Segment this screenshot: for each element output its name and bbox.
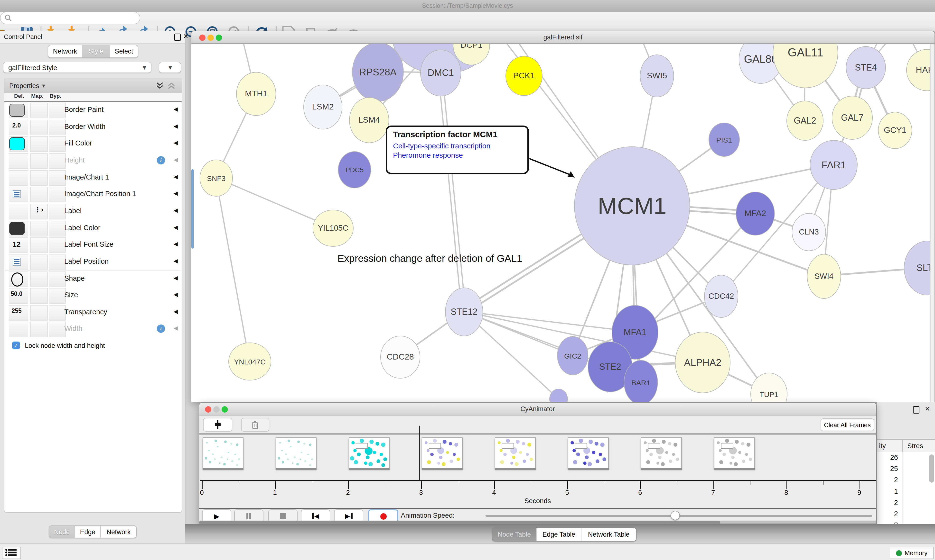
table-scrollbar-thumb[interactable] (929, 454, 934, 483)
mapping-cell[interactable] (30, 103, 48, 118)
column-header[interactable]: Stres (907, 442, 923, 449)
info-icon[interactable]: i (157, 325, 165, 333)
expand-property-icon[interactable]: ◀ (174, 258, 178, 264)
clear-all-frames-button[interactable]: Clear All Frames (821, 418, 874, 431)
bypass-cell[interactable] (49, 288, 66, 304)
network-node-RPS28A[interactable]: RPS28A (352, 42, 404, 102)
float-window-icon[interactable] (174, 34, 181, 41)
mapping-cell[interactable] (30, 237, 48, 253)
mapping-cell[interactable] (30, 254, 48, 270)
network-window-titlebar[interactable]: galFiltered.sif (191, 31, 935, 44)
expand-property-icon[interactable]: ◀ (174, 140, 178, 146)
expand-property-icon[interactable]: ◀ (174, 325, 178, 332)
color-swatch[interactable] (9, 104, 25, 117)
network-node-MFA2[interactable]: MFA2 (736, 192, 775, 235)
expand-property-icon[interactable]: ◀ (174, 275, 178, 281)
network-node-LSM2[interactable]: LSM2 (303, 85, 343, 129)
mapping-cell[interactable] (30, 322, 48, 337)
frame-thumbnail-7[interactable] (640, 437, 682, 469)
network-node-PCK1[interactable]: PCK1 (506, 56, 543, 96)
network-node-BAR1[interactable]: BAR1 (624, 360, 658, 402)
network-node-YNL047C[interactable]: YNL047C (228, 343, 271, 380)
default-value-cell[interactable] (9, 204, 28, 219)
color-swatch[interactable] (9, 137, 25, 151)
expand-property-icon[interactable]: ◀ (174, 241, 178, 247)
tab-edge[interactable]: Edge (75, 526, 101, 538)
column-header[interactable]: ity (879, 442, 886, 449)
mapping-cell[interactable] (30, 271, 48, 287)
network-node-PDC5[interactable]: PDC5 (338, 151, 371, 188)
network-node-STE12[interactable]: STE12 (445, 288, 483, 336)
frame-thumbnail-5[interactable] (495, 437, 535, 469)
add-frame-button[interactable] (203, 418, 232, 432)
default-value-cell[interactable] (9, 153, 28, 169)
mapping-cell[interactable] (30, 170, 48, 186)
timeline-scrollbar[interactable] (199, 521, 876, 524)
frame-thumbnail-8[interactable] (714, 437, 754, 469)
network-node-PIS1[interactable]: PIS1 (708, 123, 740, 157)
network-edge[interactable] (216, 178, 249, 361)
network-node-GCY1[interactable]: GCY1 (878, 112, 912, 149)
network-edge[interactable] (442, 72, 466, 311)
frame-thumbnail-3[interactable] (349, 437, 389, 469)
mapping-cell[interactable] (30, 153, 48, 169)
network-node-SWI4[interactable]: SWI4 (807, 254, 841, 299)
mapping-cell[interactable] (30, 305, 48, 321)
bypass-cell[interactable] (49, 322, 66, 337)
network-node-SNF3[interactable]: SNF3 (200, 160, 233, 197)
delete-frame-button[interactable] (241, 418, 269, 432)
bypass-cell[interactable] (49, 204, 66, 219)
bypass-cell[interactable] (49, 120, 66, 135)
position-icon[interactable] (13, 258, 21, 266)
memory-button[interactable]: Memory (890, 547, 933, 559)
expand-property-icon[interactable]: ◀ (174, 106, 178, 112)
tab-network[interactable]: Network (48, 45, 82, 57)
network-node-GAL2[interactable]: GAL2 (787, 101, 824, 141)
lock-checkbox[interactable]: ✓ (12, 342, 20, 349)
close-icon[interactable]: ✕ (925, 405, 930, 412)
close-traffic-light[interactable] (205, 406, 211, 412)
mapping-icon[interactable]: ⋮› (34, 206, 44, 214)
tab-node-table[interactable]: Node Table (492, 528, 537, 541)
ellipse-shape-icon[interactable] (11, 272, 23, 286)
network-node-CLN3[interactable]: CLN3 (792, 213, 826, 251)
expand-property-icon[interactable]: ◀ (174, 291, 178, 298)
animation-speed-slider-thumb[interactable] (671, 511, 680, 520)
tab-select[interactable]: Select (110, 45, 138, 57)
frame-thumbnail-2[interactable] (275, 437, 316, 469)
network-node-FAR1[interactable]: FAR1 (810, 140, 858, 190)
zoom-traffic-light[interactable] (216, 34, 222, 41)
frame-thumbnail-1[interactable] (202, 437, 243, 469)
expand-property-icon[interactable]: ◀ (174, 191, 178, 197)
mapping-cell[interactable] (30, 288, 48, 304)
style-options-button[interactable]: ▼ (159, 62, 181, 73)
expand-property-icon[interactable]: ◀ (174, 123, 178, 129)
mapping-cell[interactable] (30, 187, 48, 203)
bypass-cell[interactable] (49, 237, 66, 253)
network-node-STE4[interactable]: STE4 (846, 46, 886, 89)
cyanimator-titlebar[interactable]: CyAnimator (199, 403, 876, 415)
minimize-traffic-light[interactable] (213, 406, 220, 412)
network-caption[interactable]: Expression change after deletion of GAL1 (338, 252, 522, 264)
network-node-MTH1[interactable]: MTH1 (236, 72, 276, 116)
mapping-cell[interactable] (30, 221, 48, 236)
network-node-CDC28[interactable]: CDC28 (380, 336, 420, 378)
close-icon[interactable]: ✕ (183, 32, 188, 40)
tab-network-bottom[interactable]: Network (101, 526, 136, 538)
bypass-cell[interactable] (49, 254, 66, 270)
tab-style[interactable]: Style (82, 45, 110, 57)
close-traffic-light[interactable] (199, 34, 205, 41)
annotation-link[interactable]: Pheromone response (393, 150, 522, 160)
default-value[interactable]: 255 (5, 308, 28, 314)
network-node-GAL7[interactable]: GAL7 (832, 96, 873, 140)
info-icon[interactable]: i (157, 156, 165, 165)
bypass-cell[interactable] (49, 305, 66, 321)
zoom-traffic-light[interactable] (222, 406, 228, 412)
frame-thumbnail-4[interactable] (421, 437, 462, 469)
network-node-CDC42[interactable]: CDC42 (704, 275, 738, 318)
properties-header[interactable]: Properties ▼ (5, 78, 182, 94)
default-value[interactable]: 2.0 (5, 122, 28, 129)
expand-property-icon[interactable]: ◀ (174, 174, 178, 180)
expand-property-icon[interactable]: ◀ (174, 157, 178, 163)
default-value[interactable]: 50.0 (5, 291, 28, 297)
